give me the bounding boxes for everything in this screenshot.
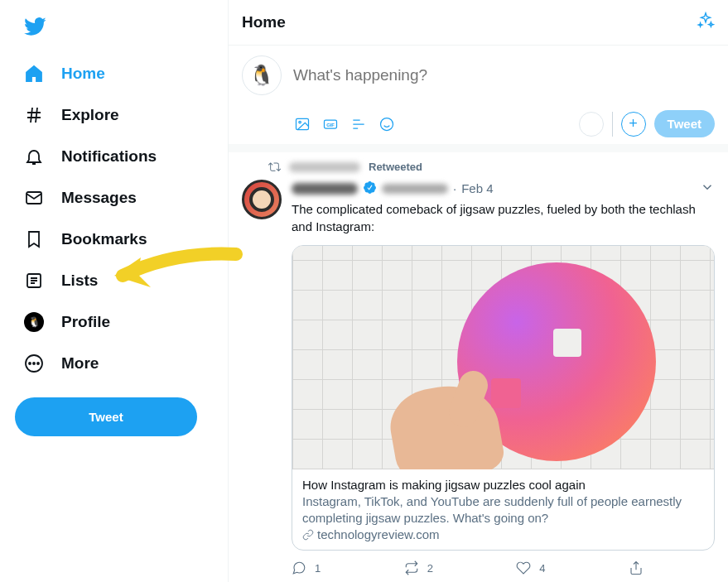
link-icon (302, 529, 314, 541)
sidebar-item-messages[interactable]: Messages (15, 177, 213, 219)
reply-count: 1 (315, 562, 321, 575)
bell-icon (23, 146, 45, 167)
sidebar-item-notifications[interactable]: Notifications (15, 136, 213, 177)
tweet-menu-icon[interactable] (700, 180, 715, 197)
card-description: Instagram, TikTok, and YouTube are sudde… (302, 493, 704, 526)
link-card[interactable]: How Instagram is making jigsaw puzzles c… (292, 245, 715, 551)
add-tweet-button[interactable]: + (621, 112, 646, 137)
sidebar-item-explore[interactable]: Explore (15, 94, 213, 136)
sidebar-item-label: Messages (61, 189, 137, 207)
sidebar-item-label: Explore (61, 106, 119, 124)
home-icon (23, 63, 45, 84)
page-title: Home (242, 13, 286, 31)
compose-avatar: 🐧 (242, 55, 282, 95)
card-title: How Instagram is making jigsaw puzzles c… (302, 478, 704, 492)
tweet-date: Feb 4 (461, 181, 493, 195)
emoji-icon[interactable] (378, 115, 396, 133)
retweet-label: Retweeted (369, 161, 422, 173)
tweet-text: The complicated comeback of jigsaw puzzl… (292, 200, 715, 235)
svg-point-4 (33, 363, 35, 364)
verified-icon (363, 180, 377, 197)
tweet[interactable]: · Feb 4 The complicated comeback of jigs… (229, 176, 728, 582)
compose-input[interactable] (293, 66, 715, 84)
reply-button[interactable]: 1 (292, 560, 321, 575)
like-button[interactable]: 4 (516, 560, 545, 575)
share-button[interactable] (629, 560, 644, 575)
author-avatar[interactable] (242, 180, 282, 219)
card-domain: technologyreview.com (302, 527, 704, 541)
sidebar-item-home[interactable]: Home (15, 53, 213, 94)
retweet-button[interactable]: 2 (404, 560, 433, 575)
svg-point-5 (37, 363, 39, 364)
card-image (292, 246, 714, 469)
retweeter-name-blurred (289, 162, 360, 172)
progress-circle (579, 112, 604, 137)
image-icon[interactable] (293, 115, 311, 133)
sidebar-item-label: More (61, 354, 99, 373)
separator: · (453, 181, 456, 195)
retweet-indicator: Retweeted (229, 152, 728, 176)
sidebar-item-label: Home (61, 65, 105, 83)
svg-point-10 (381, 118, 393, 130)
sidebar-item-bookmarks[interactable]: Bookmarks (15, 219, 213, 260)
sidebar-item-profile[interactable]: 🐧 Profile (15, 301, 213, 343)
gif-icon[interactable]: GIF (321, 115, 340, 133)
divider (612, 112, 613, 137)
compose-tweet-button[interactable]: Tweet (654, 110, 715, 137)
sidebar-item-label: Lists (61, 272, 98, 290)
bookmark-icon (23, 228, 45, 250)
sidebar-item-label: Notifications (61, 147, 157, 166)
sparkle-icon[interactable] (697, 12, 715, 33)
mail-icon (23, 187, 45, 209)
retweet-count: 2 (427, 562, 433, 575)
svg-text:GIF: GIF (326, 122, 335, 127)
like-count: 4 (539, 562, 545, 575)
sidebar-item-label: Profile (61, 313, 110, 331)
svg-point-7 (299, 121, 301, 123)
sidebar-item-more[interactable]: More (15, 343, 213, 384)
sidebar-item-label: Bookmarks (61, 230, 147, 248)
profile-avatar-icon: 🐧 (23, 311, 45, 333)
sidebar-item-lists[interactable]: Lists (15, 260, 213, 301)
author-name-blurred (292, 183, 358, 195)
twitter-logo[interactable] (15, 7, 213, 50)
svg-point-3 (29, 363, 31, 364)
more-icon (23, 353, 45, 374)
tweet-button[interactable]: Tweet (15, 397, 197, 436)
author-handle-blurred (382, 184, 448, 194)
hash-icon (23, 104, 45, 126)
poll-icon[interactable] (350, 115, 368, 133)
list-icon (23, 270, 45, 291)
